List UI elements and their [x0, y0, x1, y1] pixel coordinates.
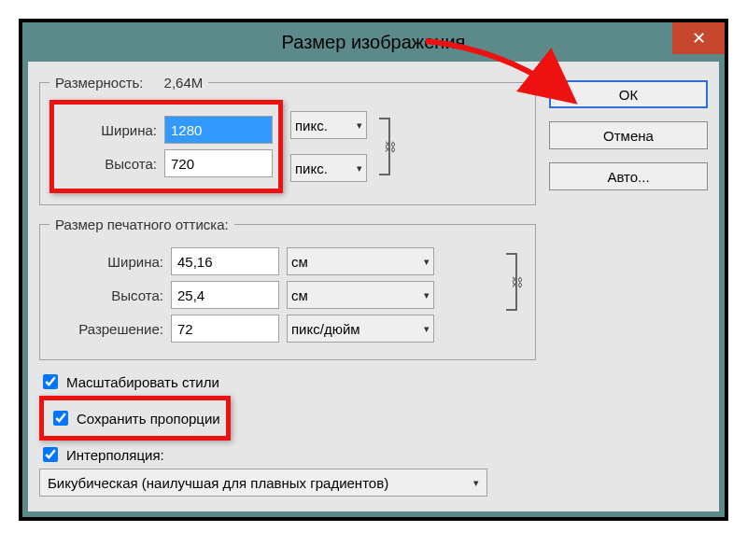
px-width-label: Ширина:	[60, 122, 157, 138]
left-column: Размерность: 2,64M Ширина: Высота:	[39, 75, 536, 497]
interpolation-checkbox[interactable]	[43, 447, 58, 462]
auto-button[interactable]: Авто...	[549, 162, 708, 190]
link-bracket: ⛓	[498, 247, 526, 316]
px-width-unit-select[interactable]: пикс. ▾	[290, 111, 367, 139]
print-height-label: Высота:	[49, 287, 163, 303]
resolution-unit-text: пикс/дюйм	[291, 321, 360, 337]
print-size-group: Размер печатного оттиска: Ширина: см ▾	[39, 217, 536, 360]
chevron-down-icon: ▾	[424, 289, 430, 301]
dialog-body: Размерность: 2,64M Ширина: Высота:	[28, 62, 719, 511]
px-height-unit-select[interactable]: пикс. ▾	[290, 154, 367, 182]
auto-label: Авто...	[607, 169, 649, 185]
resolution-input[interactable]	[171, 315, 279, 343]
print-legend: Размер печатного оттиска:	[49, 217, 234, 232]
highlight-box-dimensions: Ширина: Высота:	[49, 100, 283, 193]
chevron-down-icon: ▾	[357, 162, 362, 175]
highlight-box-constrain: Сохранить пропорции	[39, 396, 231, 441]
resolution-label: Разрешение:	[49, 321, 163, 337]
pixel-dimensions-legend: Размерность: 2,64M	[49, 75, 208, 91]
print-height-input[interactable]	[171, 281, 279, 309]
dialog-title: Размер изображения	[282, 32, 466, 53]
print-width-unit-select[interactable]: см ▾	[287, 247, 434, 275]
cancel-button[interactable]: Отмена	[549, 121, 708, 149]
px-height-input[interactable]	[164, 149, 273, 177]
constrain-row[interactable]: Сохранить пропорции	[49, 408, 220, 428]
chain-icon: ⛓	[384, 140, 396, 154]
px-height-unit-text: пикс.	[295, 161, 328, 176]
image-size-dialog: Размер изображения ✕ Размерность: 2,64M	[19, 19, 728, 521]
px-height-label: Высота:	[60, 156, 157, 172]
ok-label: ОК	[619, 87, 638, 103]
close-button[interactable]: ✕	[672, 22, 725, 54]
scale-styles-checkbox[interactable]	[43, 374, 58, 389]
scale-styles-label: Масштабировать стили	[66, 374, 219, 390]
titlebar: Размер изображения ✕	[22, 22, 725, 62]
chain-icon: ⛓	[511, 275, 523, 289]
interpolation-row[interactable]: Интерполяция:	[39, 444, 536, 465]
link-bracket: ⛓	[371, 112, 399, 181]
px-width-unit-text: пикс.	[295, 118, 328, 133]
ok-button[interactable]: ОК	[549, 80, 708, 108]
print-width-input[interactable]	[171, 247, 279, 275]
interpolation-value: Бикубическая (наилучшая для плавных град…	[48, 475, 388, 491]
right-column: ОК Отмена Авто...	[549, 75, 708, 497]
cancel-label: Отмена	[603, 128, 654, 144]
constrain-label: Сохранить пропорции	[77, 411, 220, 427]
interpolation-label: Интерполяция:	[66, 447, 164, 463]
print-width-unit-text: см	[291, 254, 308, 270]
px-width-input[interactable]	[164, 116, 273, 144]
pixel-dimensions-group: Размерность: 2,64M Ширина: Высота:	[39, 75, 536, 205]
print-width-label: Ширина:	[49, 254, 163, 270]
interpolation-select[interactable]: Бикубическая (наилучшая для плавных град…	[39, 469, 487, 497]
chevron-down-icon: ▾	[473, 477, 479, 489]
constrain-checkbox[interactable]	[53, 411, 68, 426]
dim-size-value: 2,64M	[164, 75, 204, 91]
print-height-unit-text: см	[291, 287, 308, 303]
dim-legend-label: Размерность:	[55, 75, 144, 91]
close-icon: ✕	[692, 28, 706, 49]
scale-styles-row[interactable]: Масштабировать стили	[39, 371, 536, 392]
chevron-down-icon: ▾	[424, 256, 430, 268]
resolution-unit-select[interactable]: пикс/дюйм ▾	[287, 315, 434, 343]
chevron-down-icon: ▾	[357, 119, 362, 132]
print-height-unit-select[interactable]: см ▾	[287, 281, 434, 309]
chevron-down-icon: ▾	[424, 323, 430, 335]
